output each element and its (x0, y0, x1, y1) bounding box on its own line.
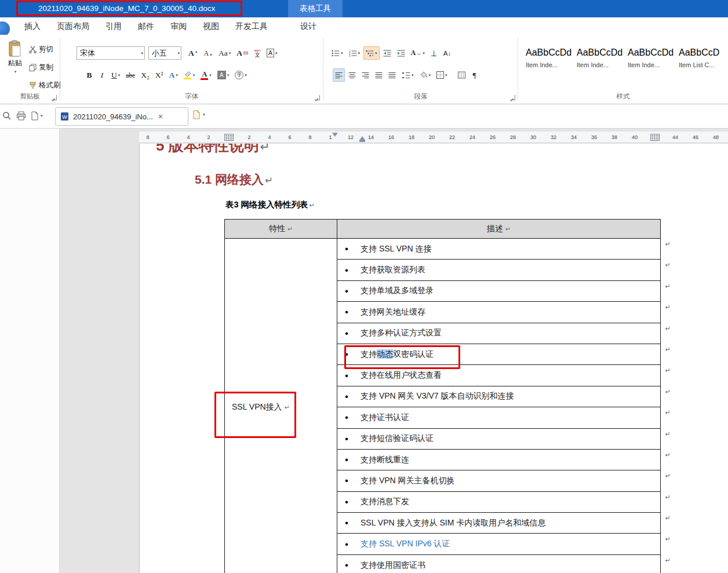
italic-button[interactable]: I (96, 68, 108, 82)
table-column-marker[interactable] (224, 134, 234, 141)
strikethrough-button[interactable]: abc (123, 68, 137, 82)
asian-layout-button[interactable]: A↔ (409, 46, 427, 60)
table-row[interactable]: •支持证书认证↵ (337, 407, 660, 428)
left-indent-marker[interactable] (359, 140, 365, 142)
align-left-button[interactable] (333, 68, 345, 82)
titlebar: 20211020_94639_iNode_MC_7_0_30005_40.doc… (0, 0, 728, 17)
paste-button[interactable]: 粘贴 (3, 39, 27, 89)
table-row[interactable]: •支持短信验证码认证↵ (337, 429, 660, 450)
table-row[interactable]: •支持消息下发↵ (337, 492, 660, 513)
table-column-marker[interactable] (650, 134, 660, 141)
align-right-icon (362, 72, 369, 79)
tab-引用[interactable]: 引用 (97, 17, 130, 35)
font-size-select[interactable]: 小五 (148, 46, 181, 60)
align-right-button[interactable] (359, 68, 372, 82)
character-border-button[interactable]: A (264, 46, 280, 60)
sort-button[interactable]: A↓ (441, 46, 453, 60)
distribute-icon (388, 72, 396, 79)
distribute-button[interactable] (386, 68, 398, 82)
grow-font-button[interactable]: A▲ (186, 46, 201, 60)
enclose-characters-button[interactable]: 字 (232, 68, 249, 82)
table-row[interactable]: •支持单域及多域登录↵ (337, 281, 660, 302)
tab-开发工具[interactable]: 开发工具 (227, 17, 276, 35)
table-row[interactable]: •支持在线用户状态查看↵ (337, 365, 660, 386)
align-center-button[interactable] (346, 68, 358, 82)
tab-视图[interactable]: 视图 (195, 17, 227, 35)
chevron-down-icon (445, 73, 447, 78)
table-row[interactable]: •支持多种认证方式设置↵ (337, 323, 660, 344)
font-color-button[interactable]: A (198, 68, 214, 82)
style-item[interactable]: AaBbCcDdItem Inde... (625, 39, 672, 76)
font-name-select[interactable]: 宋体 (77, 46, 145, 60)
table-row[interactable]: •支持获取资源列表↵ (337, 260, 660, 280)
tab-审阅[interactable]: 审阅 (162, 17, 195, 35)
chevron-down-icon (193, 73, 195, 78)
copy-button[interactable]: 复制 (29, 59, 61, 76)
table-tools-tab[interactable]: 表格工具 (288, 0, 343, 17)
style-item[interactable]: AaBbCcDdItem Inde... (523, 39, 570, 76)
multilevel-list-button[interactable] (363, 46, 380, 60)
text-effects-button[interactable]: A (167, 68, 180, 82)
new-tab-button[interactable] (192, 110, 205, 119)
ruler-mark: 30 (530, 132, 536, 143)
dialog-launcher-icon[interactable] (52, 95, 57, 100)
decrease-indent-button[interactable] (381, 46, 394, 60)
horizontal-ruler[interactable]: 8642246811214161820222426283032343638404… (139, 131, 728, 143)
borders-button[interactable] (434, 68, 450, 82)
style-item[interactable]: AaBbCcDItem List C... (676, 39, 723, 76)
tab-插入[interactable]: 插入 (16, 17, 49, 35)
clear-formatting-button[interactable]: A (234, 46, 250, 60)
document-tab-title: 20211020_94639_iNo... (73, 112, 153, 121)
dialog-launcher-icon[interactable] (510, 95, 515, 100)
shrink-font-button[interactable]: A▼ (202, 46, 215, 60)
style-sample: AaBbCcDd (526, 48, 572, 58)
header-cell-feature[interactable]: 特性↵ (225, 220, 337, 238)
table-row[interactable]: •支持 SSL VPN 连接↵ (337, 239, 660, 260)
tab-页面布局[interactable]: 页面布局 (49, 17, 97, 35)
table-row[interactable]: •支持网关地址缓存↵ (337, 302, 660, 323)
feature-cell[interactable]: SSL VPN接入↵ (225, 239, 337, 573)
dialog-launcher-icon[interactable] (315, 95, 320, 100)
table-row[interactable]: •SSL VPN 接入支持从 SIM 卡内读取用户名和域信息↵ (337, 513, 660, 534)
table-row[interactable]: •支持动态双密码认证↵ (337, 344, 660, 365)
ruler-mark: 34 (571, 132, 577, 143)
change-case-button[interactable]: Aa (216, 46, 233, 60)
tab-邮件[interactable]: 邮件 (130, 17, 162, 35)
text-highlight-button[interactable] (181, 68, 198, 82)
show-marks-button[interactable]: ¶ (469, 68, 481, 82)
subscript-button[interactable]: X₂ (139, 68, 151, 82)
print-button[interactable] (16, 111, 26, 121)
print-preview-button[interactable] (2, 111, 12, 121)
phonetic-guide-button[interactable]: wén文 (252, 46, 263, 60)
font-group-label: 字体 (60, 92, 323, 101)
paper-layout-button[interactable] (456, 68, 468, 82)
shading-button[interactable] (417, 68, 434, 82)
bold-button[interactable]: B (83, 68, 95, 82)
view-mode-button[interactable] (31, 111, 43, 121)
hanging-indent-marker[interactable] (359, 136, 365, 140)
tab-设计[interactable]: 设计 (292, 17, 325, 35)
style-item[interactable]: AaBbCcDdItem Inde... (574, 39, 621, 76)
table-row[interactable]: •支持 VPN 网关 V3/V7 版本自动识别和连接↵ (337, 386, 660, 407)
increase-indent-button[interactable] (395, 46, 407, 60)
document-tab[interactable]: W 20211020_94639_iNo... × (55, 107, 188, 126)
row-text: 支持证书认证 (361, 413, 409, 423)
table-row[interactable]: •支持 VPN 网关主备机切换↵ (337, 470, 660, 491)
align-grid-button[interactable]: ⊥ (428, 46, 440, 60)
close-icon[interactable]: × (158, 112, 163, 121)
cut-button[interactable]: 剪切 (29, 41, 61, 59)
first-line-indent-marker[interactable] (332, 133, 338, 137)
underline-button[interactable]: U (109, 68, 122, 82)
chevron-down-icon (275, 51, 278, 56)
features-table[interactable]: 特性↵ 描述↵ SSL VPN接入↵ •支持 SSL VPN 连接↵•支持获取资… (224, 219, 661, 573)
table-row[interactable]: •支持 SSL VPN IPv6 认证↵ (337, 534, 660, 554)
bullets-button[interactable] (329, 46, 345, 60)
superscript-button[interactable]: X² (153, 68, 166, 82)
table-row[interactable]: •支持断线重连↵ (337, 450, 660, 470)
justify-button[interactable] (373, 68, 385, 82)
numbering-button[interactable]: 123 (347, 46, 363, 60)
table-row[interactable]: •支持使用国密证书↵ (337, 555, 660, 573)
character-shading-button[interactable]: A (215, 68, 232, 82)
header-cell-description[interactable]: 描述↵ (337, 220, 660, 238)
line-spacing-button[interactable] (399, 68, 416, 82)
